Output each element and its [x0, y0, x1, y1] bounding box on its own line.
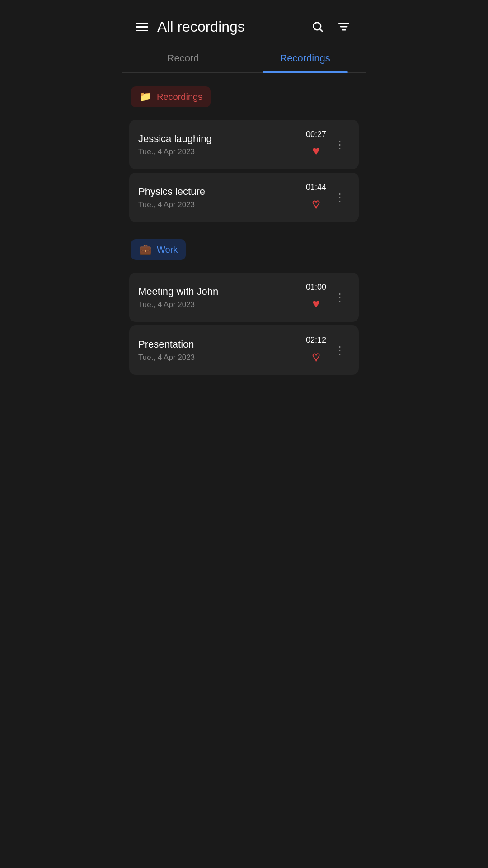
- recording-info: Meeting with John Tue., 4 Apr 2023: [138, 286, 304, 309]
- more-options-button[interactable]: ⋮: [331, 291, 350, 304]
- recording-date: Tue., 4 Apr 2023: [138, 300, 304, 309]
- recording-duration: 02:12: [304, 335, 328, 345]
- folder-label-recordings: Recordings: [157, 92, 202, 102]
- recording-info: Jessica laughing Tue., 4 Apr 2023: [138, 133, 304, 156]
- more-options-button[interactable]: ⋮: [331, 191, 350, 204]
- more-options-button[interactable]: ⋮: [331, 344, 350, 357]
- recording-date: Tue., 4 Apr 2023: [138, 353, 304, 362]
- tabs-container: Record Recordings: [122, 44, 366, 73]
- recording-duration: 01:44: [304, 183, 328, 192]
- recording-duration: 00:27: [304, 130, 328, 139]
- svg-line-1: [320, 29, 322, 31]
- recording-card-presentation[interactable]: Presentation Tue., 4 Apr 2023 02:12 ♥ ⋮: [129, 326, 359, 375]
- filter-icon: [338, 20, 350, 33]
- header-icons: [309, 18, 352, 35]
- recording-title: Presentation: [138, 339, 304, 350]
- search-icon: [311, 20, 324, 33]
- favorite-button[interactable]: ♥: [311, 296, 321, 312]
- tab-recordings[interactable]: Recordings: [244, 44, 366, 72]
- header: All recordings: [122, 0, 366, 44]
- folder-badge-recordings[interactable]: 📁 Recordings: [131, 86, 211, 107]
- recording-date: Tue., 4 Apr 2023: [138, 147, 304, 156]
- recording-right: 01:00 ♥: [304, 283, 328, 312]
- recording-info: Physics lecture Tue., 4 Apr 2023: [138, 186, 304, 209]
- favorite-button[interactable]: ♥: [311, 196, 321, 212]
- recording-right: 01:44 ♥: [304, 183, 328, 212]
- favorite-button[interactable]: ♥: [311, 143, 321, 159]
- menu-icon[interactable]: [136, 23, 148, 31]
- folder-label-work: Work: [157, 245, 178, 255]
- recording-title: Physics lecture: [138, 186, 304, 198]
- recording-duration: 01:00: [304, 283, 328, 292]
- page-title: All recordings: [157, 19, 309, 35]
- more-options-button[interactable]: ⋮: [331, 138, 350, 151]
- recording-card-jessica[interactable]: Jessica laughing Tue., 4 Apr 2023 00:27 …: [129, 120, 359, 169]
- filter-button[interactable]: [335, 18, 352, 35]
- favorite-button[interactable]: ♥: [311, 349, 321, 365]
- tab-record[interactable]: Record: [122, 44, 244, 72]
- folder-badge-work[interactable]: 💼 Work: [131, 239, 186, 260]
- recording-date: Tue., 4 Apr 2023: [138, 200, 304, 209]
- recording-title: Meeting with John: [138, 286, 304, 297]
- recording-card-meeting[interactable]: Meeting with John Tue., 4 Apr 2023 01:00…: [129, 273, 359, 322]
- folder-icon: 📁: [139, 91, 151, 103]
- recording-info: Presentation Tue., 4 Apr 2023: [138, 339, 304, 362]
- recording-title: Jessica laughing: [138, 133, 304, 145]
- recording-right: 00:27 ♥: [304, 130, 328, 159]
- briefcase-icon: 💼: [139, 244, 151, 255]
- recording-right: 02:12 ♥: [304, 335, 328, 365]
- search-button[interactable]: [309, 18, 326, 35]
- recording-card-physics[interactable]: Physics lecture Tue., 4 Apr 2023 01:44 ♥…: [129, 173, 359, 222]
